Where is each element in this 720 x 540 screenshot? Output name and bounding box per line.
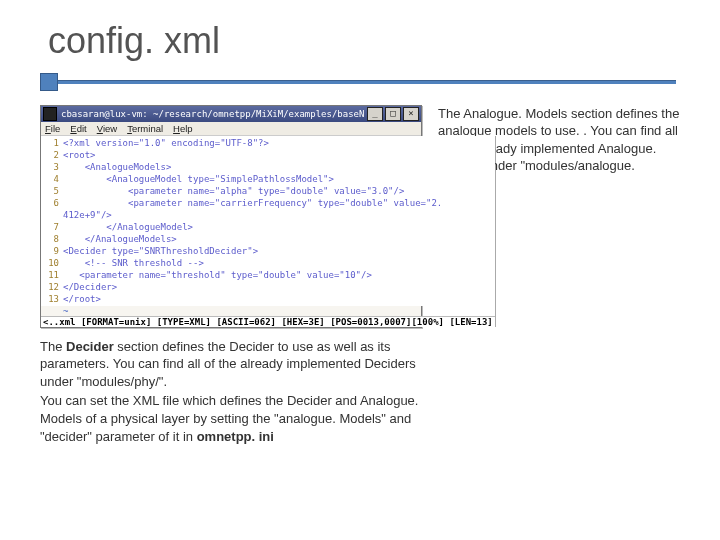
window-menubar: File Edit View Terminal Help <box>41 122 421 136</box>
code-line: 10 <!-- SNR threshold --> <box>41 257 495 269</box>
menu-help[interactable]: Help <box>173 123 193 134</box>
page-title: config. xml <box>40 20 680 62</box>
title-rule <box>40 72 680 91</box>
menu-file[interactable]: File <box>45 123 60 134</box>
code-line: 1<?xml version="1.0" encoding="UTF-8"?> <box>41 137 495 149</box>
close-button[interactable]: × <box>403 107 419 121</box>
code-line: 2<root> <box>41 149 495 161</box>
code-line: 5 <parameter name="alpha" type="double" … <box>41 185 495 197</box>
menu-view[interactable]: View <box>97 123 117 134</box>
terminal-window: cbasaran@lux-vm: ~/research/omnetpp/MiXi… <box>40 105 422 328</box>
code-line: 412e+9"/> <box>41 209 495 221</box>
maximize-button[interactable]: □ <box>385 107 401 121</box>
code-line: 8 </AnalogueModels> <box>41 233 495 245</box>
window-titlebar: cbasaran@lux-vm: ~/research/omnetpp/MiXi… <box>41 106 421 122</box>
code-line: 3 <AnalogueModels> <box>41 161 495 173</box>
decider-text: The Decider section defines the Decider … <box>40 338 420 445</box>
terminal-icon <box>43 107 57 121</box>
menu-terminal[interactable]: Terminal <box>127 123 163 134</box>
code-line: 7 </AnalogueModel> <box>41 221 495 233</box>
vim-tilde: ~ <box>41 306 495 316</box>
code-line: 6 <parameter name="carrierFrequency" typ… <box>41 197 495 209</box>
code-line: 4 <AnalogueModel type="SimplePathlossMod… <box>41 173 495 185</box>
minimize-button[interactable]: _ <box>367 107 383 121</box>
terminal-body: 1<?xml version="1.0" encoding="UTF-8"?>2… <box>41 136 495 306</box>
code-line: 12</Decider> <box>41 281 495 293</box>
code-line: 13</root> <box>41 293 495 305</box>
menu-edit[interactable]: Edit <box>70 123 86 134</box>
window-title: cbasaran@lux-vm: ~/research/omnetpp/MiXi… <box>61 109 365 119</box>
status-line: <..xml [FORMAT=unix] [TYPE=XML] [ASCII=0… <box>41 316 495 327</box>
code-line: 9<Decider type="SNRThresholdDecider"> <box>41 245 495 257</box>
code-line: 11 <parameter name="threshold" type="dou… <box>41 269 495 281</box>
